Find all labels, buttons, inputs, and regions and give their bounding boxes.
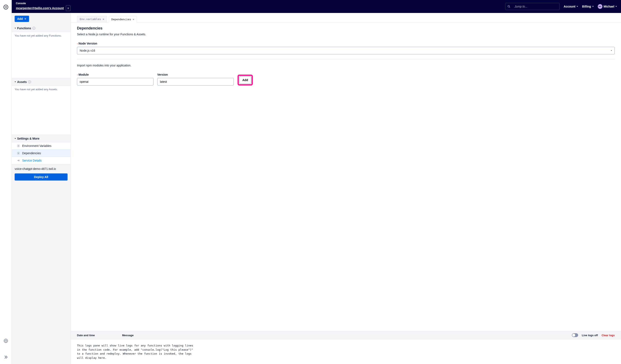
tab-env-label: Env.variables — [80, 17, 101, 21]
live-logs-label: Live logs off — [582, 334, 598, 337]
caret-down-icon — [15, 82, 16, 82]
search-icon — [505, 3, 513, 10]
user-name-label: Michael — [604, 5, 614, 8]
close-icon[interactable]: ✕ — [133, 18, 135, 21]
plus-icon — [24, 17, 27, 20]
functions-empty-text: You have not yet added any Functions. — [12, 32, 70, 78]
info-icon[interactable]: i — [33, 27, 35, 30]
logs-pane: Date and time Message Live logs off Clea… — [71, 331, 621, 364]
updown-icon — [68, 7, 69, 9]
account-link[interactable]: mcarpenter@twilio.com's Account — [16, 6, 64, 10]
node-version-label: Node Version — [77, 42, 615, 45]
gear-icon — [17, 144, 20, 148]
avatar: MC — [598, 4, 602, 9]
chevron-down-icon — [611, 50, 612, 51]
tab-env-variables[interactable]: Env.variables ✕ — [77, 16, 107, 22]
info-icon[interactable]: i — [28, 81, 31, 83]
arrow-right-icon — [17, 159, 20, 162]
chevron-down-icon — [577, 6, 578, 7]
chevron-down-icon — [616, 6, 617, 7]
module-input[interactable] — [77, 78, 154, 85]
version-label: Version — [157, 73, 234, 76]
tab-dependencies[interactable]: Dependencies ✕ — [109, 16, 137, 22]
tab-deps-label: Dependencies — [111, 18, 131, 21]
clear-logs-button[interactable]: Clear logs — [602, 334, 615, 337]
assets-section-header[interactable]: Assets i — [12, 78, 70, 86]
tabs: Env.variables ✕ Dependencies ✕ — [71, 13, 621, 22]
sidebar-item-service-details[interactable]: Service Details — [12, 157, 70, 164]
panel-title: Dependencies — [77, 26, 615, 31]
account-switcher[interactable] — [66, 5, 70, 11]
close-icon[interactable]: ✕ — [103, 17, 104, 21]
sidebar: Add Functions i You have not yet added a… — [12, 13, 71, 364]
nav-account[interactable]: Account — [564, 5, 578, 8]
service-url: voice-chatgpt-demo-4871.twil.io — [15, 167, 68, 170]
logs-col-date: Date and time — [77, 334, 122, 337]
svg-point-12 — [18, 146, 19, 146]
live-logs-toggle[interactable] — [572, 333, 578, 337]
add-button-label: Add — [17, 17, 23, 20]
panel-subtitle: Select a Node.js runtime for your Functi… — [77, 33, 615, 36]
svg-point-0 — [3, 5, 8, 9]
gear-icon — [17, 151, 20, 155]
add-module-button[interactable]: Add — [239, 76, 251, 84]
assets-empty-text: You have not yet added any Assets. — [12, 86, 70, 135]
nav-user[interactable]: MC Michael — [598, 4, 617, 9]
version-input[interactable] — [157, 78, 234, 85]
dependencies-panel: Dependencies Select a Node.js runtime fo… — [71, 22, 621, 331]
svg-point-2 — [6, 6, 7, 7]
logs-body-text: This logs pane will show live logs for a… — [71, 339, 200, 364]
svg-point-13 — [18, 153, 19, 154]
svg-point-1 — [5, 6, 5, 7]
nav-account-label: Account — [564, 5, 575, 8]
import-text: Import npm modules into your application… — [77, 64, 615, 67]
functions-title: Functions — [17, 27, 31, 30]
assets-title: Assets — [17, 80, 27, 83]
globe-icon[interactable] — [3, 338, 8, 343]
svg-line-9 — [509, 7, 510, 8]
service-details-label: Service Details — [22, 159, 42, 162]
nav-billing-label: Billing — [582, 5, 591, 8]
svg-point-8 — [508, 5, 510, 7]
env-vars-label: Environment Variables — [22, 144, 52, 148]
node-version-select[interactable]: Node.js v16 — [77, 47, 615, 54]
svg-point-4 — [6, 7, 7, 8]
caret-down-icon — [15, 28, 16, 29]
functions-section-header[interactable]: Functions i — [12, 25, 70, 32]
search-box[interactable] — [505, 3, 560, 10]
nav-billing[interactable]: Billing — [582, 5, 594, 8]
add-button[interactable]: Add — [15, 16, 29, 22]
highlight-annotation: Add — [238, 75, 253, 85]
node-version-value: Node.js v16 — [80, 49, 95, 52]
search-input[interactable] — [513, 3, 559, 10]
deploy-all-button[interactable]: Deploy All — [15, 173, 68, 181]
console-label: Console — [16, 2, 70, 5]
logs-col-message: Message — [122, 334, 572, 337]
settings-title: Settings & More — [17, 137, 39, 140]
settings-section-header[interactable]: Settings & More — [12, 135, 70, 142]
expand-icon[interactable] — [3, 355, 8, 359]
divider — [77, 59, 615, 59]
sidebar-item-dependencies[interactable]: Dependencies — [12, 149, 70, 157]
dependencies-label: Dependencies — [22, 151, 41, 155]
twilio-logo-icon — [3, 5, 8, 10]
svg-point-3 — [5, 7, 5, 8]
header: Console mcarpenter@twilio.com's Account … — [12, 0, 621, 13]
caret-down-icon — [15, 138, 16, 139]
chevron-down-icon — [592, 6, 594, 7]
module-label: Module — [77, 73, 154, 76]
left-rail — [0, 0, 12, 364]
sidebar-item-env-vars[interactable]: Environment Variables — [12, 142, 70, 149]
